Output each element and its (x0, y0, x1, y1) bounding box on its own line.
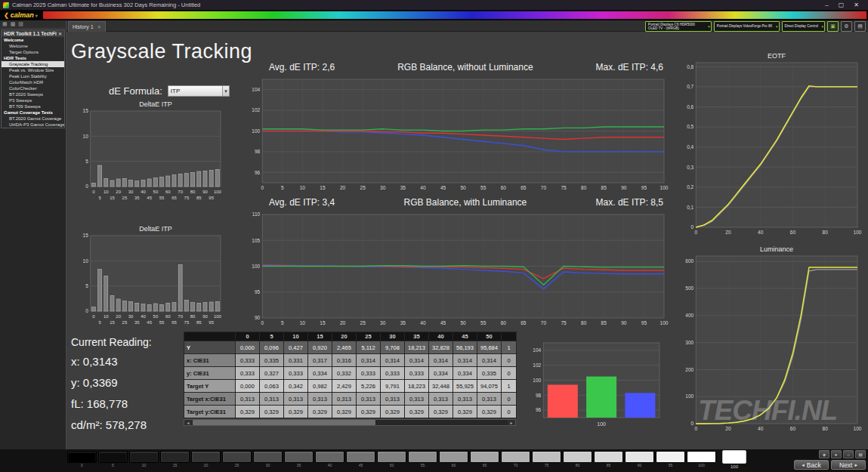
gray-patch-80 (563, 451, 592, 463)
svg-text:80: 80 (581, 185, 587, 190)
svg-text:96: 96 (536, 407, 542, 412)
current-reading-panel: Current Reading: x: 0,3143 y: 0,3369 fL:… (71, 336, 152, 440)
svg-text:100: 100 (533, 378, 541, 383)
menu-icon[interactable]: ▤ (855, 450, 866, 458)
svg-text:5: 5 (281, 185, 284, 190)
tree-item-uhda-p3-gamut-coverage[interactable]: UHDA-P3 Gamut Coverage (2, 122, 64, 128)
svg-text:25: 25 (122, 196, 128, 200)
rgb-chart-title-2: RGB Balance, with Luminance (404, 197, 527, 208)
svg-text:100: 100 (214, 314, 222, 319)
table-row: Target x:CIE310,3130,3130,3130,3130,3130… (184, 393, 517, 406)
svg-text:40: 40 (141, 190, 146, 194)
menu-bar: ❮ calman ▾ (0, 10, 868, 20)
title-bar: Calman 2025 Calman Ultimate for Business… (0, 0, 868, 10)
svg-text:95: 95 (641, 185, 647, 190)
home-icon[interactable]: ⌂ (843, 450, 854, 458)
svg-text:EOTF: EOTF (768, 52, 786, 60)
tree-item-welcome[interactable]: Welcome (2, 37, 64, 43)
tree-item-bt-2020-sweeps[interactable]: BT.2020 Sweeps (2, 91, 64, 97)
svg-text:55: 55 (480, 185, 487, 190)
app-icon (3, 2, 9, 8)
gray-patch-label: 45 (359, 463, 363, 468)
svg-text:75: 75 (184, 320, 190, 325)
svg-text:50: 50 (460, 185, 466, 190)
pattern-generator-button[interactable]: Portrait Displays VideoForge Pro 8K ▾ (714, 21, 780, 32)
svg-text:98: 98 (536, 393, 542, 398)
display-control-button[interactable]: Direct Display Control ▾ (782, 21, 825, 32)
gray-patch-label: 25 (235, 463, 239, 468)
svg-text:80: 80 (823, 230, 829, 235)
back-button[interactable]: ◂ Back (794, 460, 829, 470)
svg-text:600: 600 (685, 258, 693, 264)
scroll-right-icon[interactable]: ► (508, 421, 515, 425)
tree-item-bt-709-sweeps[interactable]: BT.709 Sweeps (2, 103, 64, 110)
col-header-5: 5 (260, 332, 284, 341)
gray-patch-10 (129, 451, 159, 463)
svg-text:10: 10 (83, 258, 89, 264)
gray-patch-label: 35 (297, 463, 301, 468)
svg-text:100: 100 (685, 393, 693, 399)
de-formula-row: dE Formula: ITP ▾ (109, 85, 230, 97)
tree-item-welcome[interactable]: Welcome (2, 43, 64, 49)
gray-patch-0 (67, 451, 97, 463)
gray-patch-label: 90 (638, 463, 642, 468)
next-button[interactable]: Next ▸ (831, 460, 866, 470)
gray-patch-label: 20 (204, 463, 209, 468)
tree-item-colormatch-hdr[interactable]: ColorMatch HDR (2, 79, 64, 85)
de-formula-select[interactable]: ITP ▾ (168, 85, 230, 97)
svg-text:55: 55 (480, 320, 487, 325)
chevron-down-icon: ▾ (708, 24, 710, 29)
calman-logo[interactable]: ❮ calman ▾ (0, 11, 42, 19)
tab-close-icon[interactable]: ✕ (97, 24, 101, 29)
tree-item-bt-2020-gamut-coverage[interactable]: BT.2020 Gamut Coverage (2, 116, 64, 122)
rgb-balance-chart-2: 9095100105110051015202530354045505560657… (246, 209, 669, 330)
gray-patch-label: 10 (142, 463, 147, 468)
tree-item-target-options[interactable]: Target Options (2, 49, 64, 55)
gray-patch-55 (408, 451, 437, 463)
svg-text:90: 90 (621, 185, 627, 190)
col-header-50: 50 (477, 332, 502, 341)
tree-item-peak-vs-window-size[interactable]: Peak vs. Window Size (2, 67, 64, 73)
close-button[interactable]: ✕ (854, 2, 859, 8)
gray-patch-50 (377, 451, 406, 463)
gray-patch-85 (594, 451, 623, 463)
table-scrollbar[interactable]: ◄ ► (184, 419, 516, 426)
play-icon[interactable]: ▸ (831, 450, 842, 458)
patch-window-icon[interactable]: ◈ (819, 450, 829, 458)
maximize-button[interactable]: ▢ (839, 2, 845, 8)
next-label: Next (839, 461, 852, 469)
col-header-30: 30 (381, 332, 405, 341)
svg-text:60: 60 (790, 230, 796, 235)
layout-grid-icon[interactable]: ▦ (2, 21, 8, 27)
scrollbar-thumb[interactable] (193, 420, 375, 425)
tab-history-1[interactable]: History 1 ✕ (68, 21, 106, 32)
meter-device-button[interactable]: Portrait Displays C6 HDR5000 OLED TV - (… (645, 21, 712, 32)
svg-text:45: 45 (440, 185, 446, 190)
gear-icon[interactable]: ⚙ (841, 21, 852, 32)
gray-patch-35 (284, 451, 314, 463)
gray-patch-label: 5 (112, 463, 114, 468)
layout-split-icon[interactable]: ▩ (11, 21, 16, 27)
gray-patch-label: 70 (514, 463, 518, 468)
gray-patch-75 (532, 451, 561, 463)
svg-text:35: 35 (400, 185, 406, 190)
svg-text:105: 105 (252, 238, 260, 243)
svg-text:70: 70 (178, 190, 183, 194)
monitor-icon[interactable]: ▣ (827, 21, 839, 32)
svg-text:85: 85 (196, 320, 202, 325)
tree-item-grayscale-tracking[interactable]: Grayscale Tracking (2, 61, 64, 67)
tree-item-colorchecker[interactable]: ColorChecker (2, 85, 64, 91)
tree-item-gamut-coverage-tests[interactable]: Gamut Coverage Tests (2, 110, 64, 116)
panel-close-icon[interactable]: ✕ (58, 31, 62, 36)
panel-toggle-icon[interactable]: ▤ (854, 21, 866, 32)
tree-item-hdr-tests[interactable]: HDR Tests (2, 55, 64, 61)
svg-text:110: 110 (252, 211, 261, 217)
scroll-left-icon[interactable]: ◄ (184, 421, 192, 425)
tree-item-p3-sweeps[interactable]: P3 Sweeps (2, 97, 64, 103)
svg-text:15: 15 (110, 320, 115, 325)
tree-item-peak-lum-stability[interactable]: Peak Lum Stability (2, 73, 64, 79)
svg-text:96: 96 (255, 170, 261, 175)
layout-panel-icon[interactable]: ▨ (18, 21, 23, 27)
table-row: Target Y0,0000,0630,3420,9822,4295,2269,… (184, 380, 517, 393)
minimize-button[interactable]: – (825, 2, 828, 8)
